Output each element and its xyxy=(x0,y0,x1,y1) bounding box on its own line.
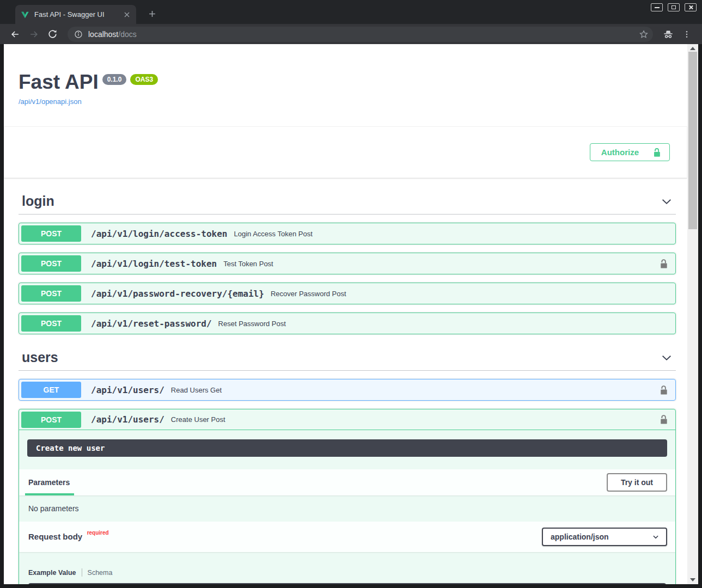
url-text[interactable]: localhost/docs xyxy=(88,30,137,39)
op-summary-text: Test Token Post xyxy=(223,260,273,268)
tag-header-users[interactable]: users xyxy=(19,350,676,371)
scrollbar-thumb[interactable] xyxy=(688,52,697,229)
op-summary-text: Read Users Get xyxy=(171,386,222,394)
request-body-label: Request body xyxy=(28,532,82,541)
scroll-down-arrow-icon[interactable] xyxy=(690,578,695,581)
site-info-icon[interactable] xyxy=(74,30,83,39)
request-body-header: Request body required application/json xyxy=(19,522,675,552)
op-path: /api/v1/users/ xyxy=(91,385,164,395)
op-summary-text: Create User Post xyxy=(171,415,225,424)
opblock-body: Create new user Parameters Try it out No… xyxy=(19,439,675,584)
page-title: Fast API xyxy=(19,71,99,93)
opblock-reset-password[interactable]: POST /api/v1/reset-password/ Reset Passw… xyxy=(19,313,676,334)
op-path: /api/v1/reset-password/ xyxy=(91,318,212,329)
op-path: /api/v1/password-recovery/{email} xyxy=(91,289,264,299)
parameters-header: Parameters Try it out xyxy=(19,469,675,495)
tab-divider xyxy=(82,568,82,577)
unlock-icon xyxy=(652,148,662,157)
version-badge: 0.1.0 xyxy=(102,74,127,85)
browser-titlebar: Fast API - Swagger UI xyxy=(0,0,702,24)
oas3-badge: OAS3 xyxy=(130,74,158,85)
page-scrollbar[interactable] xyxy=(687,44,698,584)
new-tab-button[interactable] xyxy=(145,7,159,21)
tag-name: login xyxy=(22,193,54,209)
example-code-block: { xyxy=(28,583,666,584)
reload-icon[interactable] xyxy=(45,27,60,42)
op-path: /api/v1/login/access-token xyxy=(91,229,227,239)
window-minimize-button[interactable] xyxy=(651,3,663,11)
browser-tab[interactable]: Fast API - Swagger UI xyxy=(15,5,136,24)
required-label: required xyxy=(87,530,109,536)
scheme-container: Authorize xyxy=(4,126,687,178)
scroll-up-arrow-icon[interactable] xyxy=(690,47,695,50)
opblock-create-user: POST /api/v1/users/ Create User Post Cre… xyxy=(19,409,676,584)
back-icon[interactable] xyxy=(8,27,23,42)
address-bar[interactable]: localhost/docs xyxy=(68,27,653,42)
method-badge: POST xyxy=(21,412,81,428)
opblock-create-user-summary[interactable]: POST /api/v1/users/ Create User Post xyxy=(19,409,675,430)
tab-close-icon[interactable] xyxy=(122,10,132,20)
op-summary-text: Login Access Token Post xyxy=(234,230,312,238)
tag-header-login[interactable]: login xyxy=(19,193,676,215)
tag-section-login: login POST /api/v1/login/access-token Lo… xyxy=(19,193,676,334)
tab-parameters[interactable]: Parameters xyxy=(28,469,70,495)
tag-section-users: users GET /api/v1/users/ Read Users Get … xyxy=(19,350,676,584)
tab-example-value[interactable]: Example Value xyxy=(28,569,76,577)
window-maximize-button[interactable] xyxy=(668,3,680,11)
method-badge: POST xyxy=(21,315,81,332)
op-summary-text: Recover Password Post xyxy=(271,290,346,298)
chevron-down-icon xyxy=(652,533,660,541)
no-parameters-text: No parameters xyxy=(19,495,675,522)
model-example-section: Example Value Schema { xyxy=(19,552,675,584)
opblock-login-test-token[interactable]: POST /api/v1/login/test-token Test Token… xyxy=(19,253,676,274)
method-badge: POST xyxy=(21,225,81,242)
content-type-select[interactable]: application/json xyxy=(542,528,667,546)
browser-toolbar: localhost/docs xyxy=(0,24,702,44)
operation-description: Create new user xyxy=(27,439,667,457)
chevron-down-icon[interactable] xyxy=(661,195,673,207)
op-path: /api/v1/login/test-token xyxy=(91,259,217,269)
incognito-icon xyxy=(661,27,676,42)
window-close-button[interactable] xyxy=(685,3,697,11)
authorize-button[interactable]: Authorize xyxy=(590,143,670,161)
auth-lock-icon[interactable] xyxy=(658,259,669,269)
api-info: Fast API 0.1.0 OAS3 /api/v1/openapi.json xyxy=(4,44,687,106)
browser-menu-icon[interactable] xyxy=(679,27,694,42)
tab-title: Fast API - Swagger UI xyxy=(34,10,117,19)
chevron-down-icon[interactable] xyxy=(661,352,673,364)
bookmark-star-icon[interactable] xyxy=(639,29,649,39)
tag-name: users xyxy=(22,350,58,365)
tab-schema[interactable]: Schema xyxy=(88,569,113,577)
method-badge: POST xyxy=(21,285,81,302)
try-it-out-button[interactable]: Try it out xyxy=(607,473,667,492)
swagger-page: Fast API 0.1.0 OAS3 /api/v1/openapi.json… xyxy=(4,44,687,584)
op-path: /api/v1/users/ xyxy=(91,414,164,425)
openapi-spec-link[interactable]: /api/v1/openapi.json xyxy=(19,97,82,106)
opblock-read-users[interactable]: GET /api/v1/users/ Read Users Get xyxy=(19,379,676,401)
auth-lock-icon[interactable] xyxy=(658,385,669,395)
favicon-fastapi-icon xyxy=(21,10,29,19)
forward-icon[interactable] xyxy=(26,27,41,42)
opblock-password-recovery[interactable]: POST /api/v1/password-recovery/{email} R… xyxy=(19,283,676,304)
method-badge: POST xyxy=(21,255,81,272)
opblock-login-access-token[interactable]: POST /api/v1/login/access-token Login Ac… xyxy=(19,223,676,244)
auth-lock-icon[interactable] xyxy=(658,414,669,425)
op-summary-text: Reset Password Post xyxy=(218,320,286,328)
method-badge: GET xyxy=(21,382,81,398)
